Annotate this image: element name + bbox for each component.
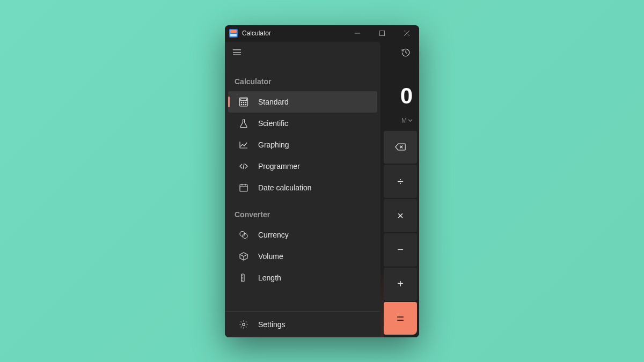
svg-point-5 — [245, 102, 246, 102]
svg-point-7 — [243, 104, 244, 105]
top-toolbar — [384, 42, 419, 65]
memory-label: M — [401, 117, 407, 124]
nav-item-standard[interactable]: Standard — [228, 91, 377, 113]
svg-point-4 — [243, 102, 244, 102]
window-title: Calculator — [242, 29, 271, 37]
nav-scroll[interactable]: Calculator Standard — [225, 65, 380, 311]
svg-rect-0 — [380, 31, 385, 36]
svg-point-6 — [241, 104, 241, 105]
minimize-button[interactable] — [345, 25, 370, 42]
calculator-window: Calculator 0 M — [225, 25, 419, 337]
svg-rect-9 — [240, 184, 247, 191]
nav-item-date-calculation[interactable]: Date calculation — [228, 177, 377, 198]
nav-item-label: Currency — [258, 231, 289, 239]
nav-item-label: Date calculation — [258, 183, 312, 192]
operator-keypad: ÷ × − + = — [384, 129, 419, 337]
svg-point-13 — [243, 323, 245, 326]
minus-key[interactable]: − — [384, 233, 417, 267]
code-icon — [239, 161, 248, 171]
content-area: 0 M ÷ × − + — [225, 42, 419, 337]
nav-item-currency[interactable]: Currency — [228, 224, 377, 246]
calendar-icon — [239, 183, 248, 193]
chevron-down-icon — [408, 117, 413, 124]
nav-item-label: Graphing — [258, 141, 289, 149]
nav-item-label: Scientific — [258, 119, 288, 128]
backspace-icon — [395, 141, 406, 153]
nav-item-graphing[interactable]: Graphing — [228, 134, 377, 156]
history-button[interactable] — [401, 48, 411, 60]
multiply-key[interactable]: × — [384, 199, 417, 232]
right-column: 0 M ÷ × − + — [384, 42, 419, 337]
svg-point-8 — [245, 104, 246, 105]
titlebar: Calculator — [225, 25, 419, 42]
currency-icon — [239, 230, 248, 240]
nav-item-programmer[interactable]: Programmer — [228, 156, 377, 177]
navigation-pane: Calculator Standard — [225, 42, 380, 337]
graph-icon — [239, 140, 248, 150]
calculator-icon — [239, 97, 248, 107]
flask-icon — [239, 119, 248, 128]
nav-item-label: Volume — [258, 252, 283, 261]
history-icon — [401, 48, 411, 57]
app-icon — [229, 29, 238, 38]
equals-key[interactable]: = — [384, 302, 417, 335]
memory-dropdown[interactable]: M — [384, 114, 419, 129]
svg-point-3 — [241, 102, 241, 102]
ruler-icon — [239, 273, 248, 283]
close-button[interactable] — [394, 25, 419, 42]
maximize-button[interactable] — [370, 25, 394, 42]
minimize-icon — [355, 31, 360, 36]
nav-item-settings[interactable]: Settings — [228, 314, 377, 335]
backspace-key[interactable] — [384, 131, 417, 164]
nav-item-label: Programmer — [258, 162, 300, 171]
nav-item-label: Settings — [258, 320, 286, 329]
maximize-icon — [379, 31, 385, 36]
nav-item-label: Standard — [258, 98, 289, 106]
display-value: 0 — [384, 65, 419, 114]
divide-key[interactable]: ÷ — [384, 165, 417, 198]
nav-item-volume[interactable]: Volume — [228, 246, 377, 267]
nav-item-label: Length — [258, 274, 281, 282]
close-icon — [404, 31, 409, 36]
nav-group-converter-title: Converter — [225, 198, 380, 224]
cube-icon — [239, 252, 248, 261]
svg-rect-2 — [241, 99, 247, 101]
plus-key[interactable]: + — [384, 268, 417, 301]
nav-item-length[interactable]: Length — [228, 267, 377, 289]
nav-group-calculator-title: Calculator — [225, 65, 380, 91]
gear-icon — [239, 320, 248, 329]
nav-item-scientific[interactable]: Scientific — [228, 113, 377, 134]
hamburger-button[interactable] — [232, 48, 241, 59]
